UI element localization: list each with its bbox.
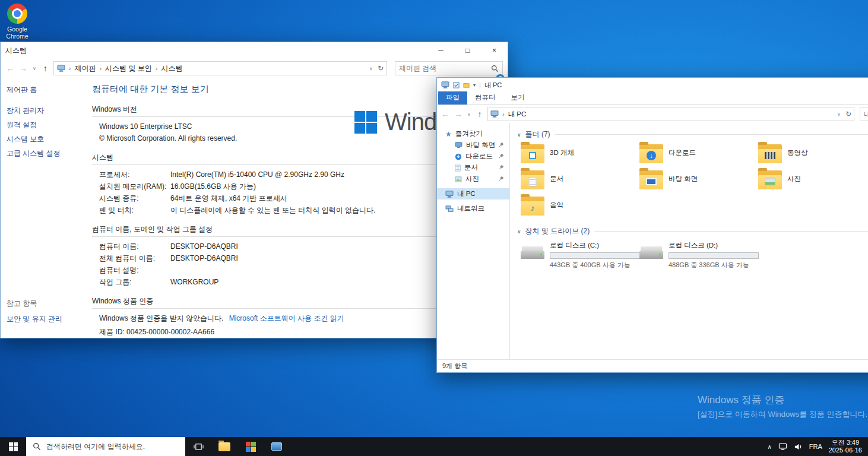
minimize-button[interactable]: ─	[427, 42, 454, 59]
system-titlebar[interactable]: 시스템 ─ □ ×	[1, 42, 508, 59]
item-count: 9개 항목	[442, 362, 467, 370]
task-view-button[interactable]	[185, 437, 211, 456]
breadcrumb-separator: ›	[502, 110, 505, 118]
collapse-chevron-icon[interactable]: ∨	[517, 229, 521, 235]
up-icon[interactable]: ↑	[40, 64, 50, 73]
this-pc-icon	[441, 81, 449, 88]
breadcrumb-this-pc[interactable]: 내 PC	[508, 110, 527, 119]
folder-tile-pictures[interactable]: 사진	[758, 169, 868, 195]
pin-icon	[498, 176, 504, 182]
sidebar-item-this-pc[interactable]: 내 PC	[437, 188, 509, 200]
divider	[555, 134, 868, 135]
explorer-search-input[interactable]	[864, 110, 868, 118]
watermark-line2: [설정]으로 이동하여 Windows를 정품 인증합니다.	[698, 409, 867, 420]
folder-tile-3d-objects[interactable]: 3D 개체	[521, 143, 639, 169]
close-button[interactable]: ×	[481, 42, 508, 59]
breadcrumb-system[interactable]: 시스템	[161, 64, 182, 74]
chrome-shortcut[interactable]: Google Chrome	[1, 4, 33, 40]
hard-drive-icon	[639, 244, 663, 262]
back-icon[interactable]: ←	[440, 109, 451, 119]
tab-file[interactable]: 파일	[438, 91, 467, 104]
activation-status: Windows 정품 인증을 받지 않았습니다.	[99, 314, 223, 322]
up-icon[interactable]: ↑	[474, 109, 485, 119]
address-bar[interactable]: › 제어판 › 시스템 및 보안 › 시스템 ∨ ↻	[53, 61, 387, 75]
sidebar-item-pictures[interactable]: 사진	[437, 173, 509, 185]
sidebar-item-system-protection[interactable]: 시스템 보호	[7, 134, 87, 144]
sidebar-item-downloads[interactable]: 다운로드	[437, 151, 509, 162]
blue-app-icon	[271, 442, 282, 451]
tray-chevron-icon[interactable]: ∧	[767, 444, 771, 450]
folder-tile-desktop[interactable]: 바탕 화면	[639, 169, 758, 195]
this-pc-icon	[490, 110, 499, 118]
collapse-chevron-icon[interactable]: ∨	[517, 132, 521, 138]
refresh-icon[interactable]: ↻	[378, 64, 384, 72]
network-icon	[445, 205, 454, 213]
sidebar-item-remote-settings[interactable]: 원격 설정	[7, 120, 87, 130]
properties-icon[interactable]	[453, 82, 460, 88]
forward-icon[interactable]: →	[18, 64, 28, 73]
customize-toolbar-chevron-icon[interactable]: ▾	[473, 83, 476, 88]
folder-tile-videos[interactable]: 동영상	[758, 143, 868, 169]
drive-tile-c[interactable]: 로컬 디스크 (C:) 443GB 중 400GB 사용 가능	[521, 240, 639, 270]
speaker-icon[interactable]	[794, 442, 803, 451]
license-terms-link[interactable]: Microsoft 소프트웨어 사용 조건 읽기	[229, 314, 344, 322]
history-chevron-icon[interactable]: ∨	[31, 66, 37, 71]
activation-watermark: Windows 정품 인증 [설정]으로 이동하여 Windows를 정품 인증…	[698, 393, 867, 420]
new-folder-icon[interactable]	[463, 82, 470, 88]
taskbar-search[interactable]	[26, 437, 185, 456]
sidebar-item-control-panel-home[interactable]: 제어판 홈	[7, 85, 87, 95]
taskbar-app-button-2[interactable]	[237, 437, 264, 456]
address-dropdown-icon[interactable]: ∨	[368, 66, 374, 71]
pin-icon	[498, 153, 504, 159]
control-panel-search-input[interactable]	[399, 64, 491, 72]
sidebar-item-device-manager[interactable]: 장치 관리자	[7, 106, 87, 116]
breadcrumb-system-security[interactable]: 시스템 및 보안	[105, 64, 152, 74]
explorer-titlebar[interactable]: ▾ | 내 PC	[437, 78, 868, 92]
explorer-statusbar: 9개 항목	[437, 359, 868, 372]
back-icon[interactable]: ←	[5, 64, 15, 73]
music-folder-icon: ♪	[521, 197, 544, 216]
sidebar-item-desktop[interactable]: 바탕 화면	[437, 140, 509, 151]
watermark-line1: Windows 정품 인증	[698, 393, 867, 407]
downloads-icon	[455, 153, 462, 160]
taskbar-file-explorer-button[interactable]	[211, 437, 237, 456]
drives-group-header[interactable]: ∨ 장치 및 드라이브 (2)	[517, 226, 868, 236]
tab-computer[interactable]: 컴퓨터	[467, 91, 503, 104]
taskbar-search-input[interactable]	[46, 442, 179, 451]
breadcrumb-separator: ›	[69, 65, 71, 72]
search-icon	[491, 65, 499, 72]
divider: |	[479, 81, 481, 88]
start-button[interactable]	[0, 437, 26, 456]
drive-tile-d[interactable]: 로컬 디스크 (D:) 488GB 중 336GB 사용 가능	[639, 240, 758, 270]
windows-start-icon	[9, 442, 18, 451]
language-indicator[interactable]: FRA	[809, 443, 822, 450]
sidebar-item-security-maintenance[interactable]: 보안 및 유지 관리	[7, 314, 62, 324]
tab-view[interactable]: 보기	[503, 91, 533, 104]
folders-grid: 3D 개체 ↓ 다운로드 동영상 문서	[521, 143, 868, 221]
address-dropdown-icon[interactable]: ∨	[836, 112, 842, 117]
taskbar-app-button-3[interactable]	[264, 437, 290, 456]
folder-tile-downloads[interactable]: ↓ 다운로드	[639, 143, 758, 169]
refresh-icon[interactable]: ↻	[845, 110, 851, 118]
history-chevron-icon[interactable]: ∨	[466, 112, 472, 117]
taskbar-clock[interactable]: 오전 3:49 2025-06-16	[829, 439, 862, 454]
breadcrumb-control-panel[interactable]: 제어판	[74, 64, 96, 74]
sidebar-item-network[interactable]: 네트워크	[437, 203, 509, 214]
explorer-navbar: ← → ∨ ↑ › 내 PC ∨ ↻	[437, 105, 868, 123]
control-panel-icon	[57, 65, 65, 72]
see-also-section: 참고 항목 보안 및 유지 관리	[7, 299, 62, 328]
forward-icon[interactable]: →	[453, 109, 464, 119]
explorer-search[interactable]	[860, 107, 868, 121]
colorful-app-icon	[246, 442, 256, 452]
maximize-button[interactable]: □	[454, 42, 481, 59]
drive-usage-bar	[669, 252, 759, 259]
sidebar-item-advanced-settings[interactable]: 고급 시스템 설정	[7, 148, 87, 159]
control-panel-search[interactable]	[395, 61, 503, 75]
folder-tile-music[interactable]: ♪ 음악	[521, 195, 639, 221]
address-bar[interactable]: › 내 PC ∨ ↻	[487, 107, 854, 121]
folder-tile-documents[interactable]: 문서	[521, 169, 639, 195]
network-icon[interactable]	[778, 443, 787, 451]
folders-group-header[interactable]: ∨ 폴더 (7)	[517, 129, 868, 140]
sidebar-item-quick-access[interactable]: ★ 즐겨찾기	[437, 128, 509, 140]
sidebar-item-documents[interactable]: 문서	[437, 162, 509, 173]
